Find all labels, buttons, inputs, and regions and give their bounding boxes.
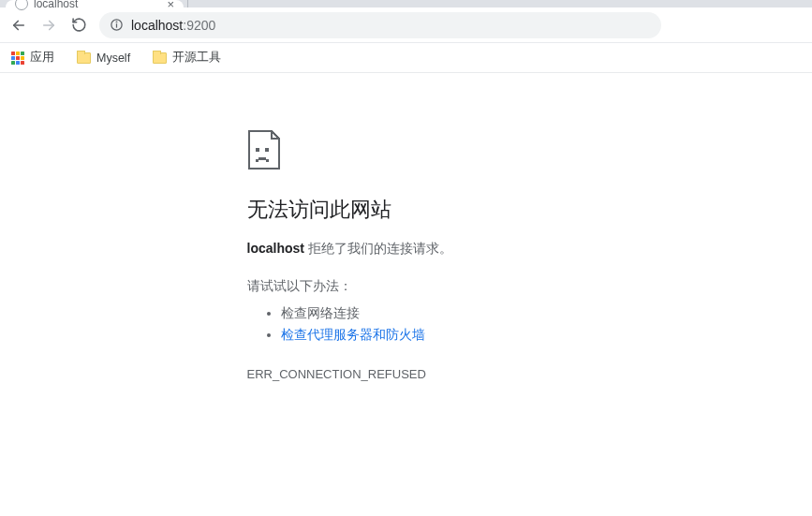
tab-bar: localhost × bbox=[0, 0, 812, 7]
new-tab-hint[interactable] bbox=[187, 0, 214, 7]
bookmark-label: 开源工具 bbox=[172, 50, 221, 66]
apps-label: 应用 bbox=[30, 50, 54, 66]
suggestions-list: 检查网络连接 检查代理服务器和防火墙 bbox=[247, 302, 650, 347]
svg-point-2 bbox=[116, 22, 117, 22]
error-subtitle: localhost 拒绝了我们的连接请求。 bbox=[247, 241, 650, 258]
suggestions-title: 请试试以下办法： bbox=[247, 278, 650, 295]
folder-icon bbox=[77, 52, 91, 64]
address-bar[interactable]: localhost:9200 bbox=[99, 12, 661, 38]
reload-icon bbox=[71, 17, 87, 33]
reload-button[interactable] bbox=[66, 12, 92, 38]
suggestion-item: 检查代理服务器和防火墙 bbox=[281, 324, 650, 346]
url-text[interactable]: localhost:9200 bbox=[131, 18, 652, 33]
forward-button[interactable] bbox=[36, 12, 62, 38]
error-code: ERR_CONNECTION_REFUSED bbox=[247, 367, 650, 381]
info-icon bbox=[110, 18, 124, 32]
page-content: 无法访问此网站 localhost 拒绝了我们的连接请求。 请试试以下办法： 检… bbox=[0, 73, 812, 381]
bookmark-folder-myself[interactable]: Myself bbox=[73, 50, 134, 66]
svg-rect-4 bbox=[265, 148, 269, 152]
error-container: 无法访问此网站 localhost 拒绝了我们的连接请求。 请试试以下办法： 检… bbox=[247, 129, 650, 381]
sad-page-icon bbox=[247, 129, 650, 170]
proxy-firewall-link[interactable]: 检查代理服务器和防火墙 bbox=[281, 327, 425, 342]
url-port: :9200 bbox=[183, 18, 215, 33]
error-title: 无法访问此网站 bbox=[247, 197, 650, 224]
svg-rect-5 bbox=[256, 159, 258, 162]
bookmark-label: Myself bbox=[96, 52, 130, 65]
arrow-left-icon bbox=[10, 17, 27, 34]
error-host: localhost bbox=[247, 241, 304, 256]
active-tab[interactable]: localhost × bbox=[6, 0, 184, 7]
back-button[interactable] bbox=[6, 12, 32, 38]
site-info-icon[interactable] bbox=[109, 18, 124, 33]
folder-icon bbox=[153, 52, 167, 64]
suggestion-item: 检查网络连接 bbox=[281, 302, 650, 325]
svg-rect-7 bbox=[266, 159, 269, 162]
error-sub-rest: 拒绝了我们的连接请求。 bbox=[304, 241, 452, 256]
suggestion-text: 检查网络连接 bbox=[281, 305, 360, 320]
apps-grid-icon bbox=[11, 52, 24, 65]
bookmark-folder-opensource[interactable]: 开源工具 bbox=[149, 48, 225, 67]
browser-toolbar: localhost:9200 bbox=[0, 7, 812, 43]
url-host: localhost bbox=[131, 18, 183, 33]
close-icon[interactable]: × bbox=[167, 0, 174, 11]
arrow-right-icon bbox=[40, 17, 57, 34]
tab-title: localhost bbox=[34, 0, 161, 10]
svg-rect-6 bbox=[258, 157, 266, 160]
apps-shortcut[interactable]: 应用 bbox=[7, 48, 58, 67]
svg-rect-3 bbox=[256, 148, 259, 152]
bookmarks-bar: 应用 Myself 开源工具 bbox=[0, 43, 812, 73]
